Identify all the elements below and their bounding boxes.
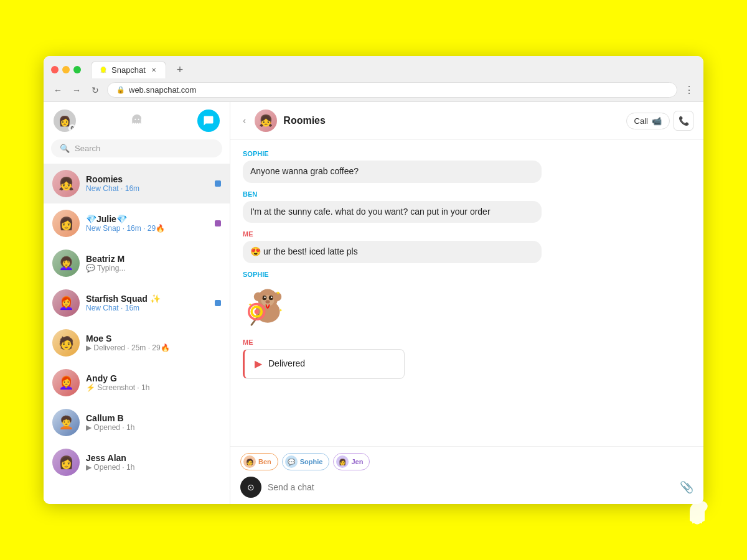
viewer-avatar-jen: 👩 (336, 455, 349, 468)
video-icon: 📹 (652, 116, 662, 126)
browser-chrome: Snapchat ✕ + ← → ↻ 🔒 web.snapchat.com ⋮ (44, 56, 703, 102)
back-nav-button[interactable]: ← (51, 83, 65, 97)
viewer-name-jen: Jen (351, 458, 363, 465)
delivered-icon: ▶ (255, 357, 262, 371)
message-group-2: BEN I'm at the sunny cafe. what do you w… (243, 190, 691, 223)
contact-item-jess[interactable]: 👩 Jess Alan ▶ Opened · 1h (44, 442, 230, 482)
minimize-button[interactable] (62, 66, 70, 73)
chat-footer: 🧑 Ben 💬 Sophie 👩 Jen ⊙ (230, 446, 703, 504)
viewer-name-ben: Ben (258, 458, 271, 465)
delivered-text: Delivered (268, 358, 305, 370)
message-group-5: ME ▶ Delivered (243, 338, 691, 379)
url-bar[interactable]: 🔒 web.snapchat.com (107, 82, 677, 98)
address-bar: ← → ↻ 🔒 web.snapchat.com ⋮ (44, 78, 703, 101)
close-button[interactable] (51, 66, 59, 73)
contact-status-moe: ▶ Delivered · 25m · 29🔥 (86, 343, 221, 352)
search-input[interactable]: 🔍 Search (51, 139, 222, 157)
sidebar: 👩 ⚙ 🔍 (44, 102, 230, 504)
contact-avatar-roomies: 👧 (52, 170, 80, 197)
contact-status-starfish: New Chat · 16m (86, 304, 209, 312)
call-label: Call (634, 116, 648, 126)
message-sender-ben: BEN (243, 190, 691, 198)
phone-button[interactable]: 📞 (674, 111, 693, 131)
contact-item-andy[interactable]: 👩‍🦰 Andy G ⚡ Screenshot · 1h (44, 363, 230, 403)
browser-menu-button[interactable]: ⋮ (682, 83, 696, 97)
contact-item-beatriz[interactable]: 👩‍🦱 Beatriz M 💬 Typing... (44, 243, 230, 283)
svg-point-15 (255, 309, 259, 314)
app-content: 👩 ⚙ 🔍 (44, 102, 703, 504)
contact-info-julie: 💎Julie💎 New Snap · 16m · 29🔥 (86, 214, 209, 233)
message-bubble-3: 😍 ur the best! iced latte pls (243, 241, 542, 263)
refresh-nav-button[interactable]: ↻ (88, 83, 102, 97)
contact-name-beatriz: Beatriz M (86, 254, 221, 264)
input-row: ⊙ 📎 (240, 477, 693, 498)
camera-button[interactable]: ⊙ (240, 477, 261, 498)
contact-status-callum: ▶ Opened · 1h (86, 423, 221, 432)
message-group-3: ME 😍 ur the best! iced latte pls (243, 230, 691, 263)
paperclip-icon: 📎 (680, 481, 693, 493)
contact-item-roomies[interactable]: 👧 Roomies New Chat · 16m (44, 164, 230, 203)
viewer-name-sophie: Sophie (300, 458, 323, 465)
contact-item-moe[interactable]: 🧑 Moe S ▶ Delivered · 25m · 29🔥 (44, 323, 230, 363)
maximize-button[interactable] (73, 66, 81, 73)
contact-info-jess: Jess Alan ▶ Opened · 1h (86, 453, 221, 472)
contact-avatar-andy: 👩‍🦰 (52, 369, 80, 396)
forward-nav-button[interactable]: → (70, 83, 83, 97)
contact-status-julie: New Snap · 16m · 29🔥 (86, 224, 209, 233)
message-group-4: SOPHIE (243, 271, 691, 331)
contact-info-andy: Andy G ⚡ Screenshot · 1h (86, 373, 221, 392)
lock-icon: 🔒 (116, 86, 125, 94)
contact-name-julie: 💎Julie💎 (86, 214, 209, 224)
tab-close-button[interactable]: ✕ (149, 66, 158, 75)
browser-tab[interactable]: Snapchat ✕ (91, 61, 166, 78)
url-text: web.snapchat.com (129, 85, 196, 95)
viewer-chip-sophie: 💬 Sophie (282, 453, 330, 470)
message-bubble-2: I'm at the sunny cafe. what do you want?… (243, 201, 542, 223)
contact-info-beatriz: Beatriz M 💬 Typing... (86, 254, 221, 273)
attach-button[interactable]: 📎 (680, 480, 693, 494)
contact-status-roomies: New Chat · 16m (86, 184, 209, 193)
new-chat-button[interactable] (197, 110, 220, 132)
contact-avatar-beatriz: 👩‍🦱 (52, 250, 80, 277)
contact-avatar-starfish: 👩‍🦰 (52, 289, 80, 317)
phone-icon: 📞 (679, 116, 689, 126)
snapchat-ghost-button[interactable] (83, 114, 190, 128)
search-bar: 🔍 Search (44, 139, 230, 164)
delivered-bubble: ▶ Delivered (243, 349, 405, 379)
new-chat-icon (203, 115, 214, 126)
tab-title: Snapchat (111, 65, 146, 75)
unread-dot-starfish (215, 300, 221, 306)
chat-header: ‹ 👧 Roomies Call 📹 📞 (230, 102, 703, 140)
sloth-sticker-svg: ✦ ✦ ✦ (243, 278, 293, 334)
svg-text:✦: ✦ (279, 308, 283, 313)
chat-header-avatar: 👧 (255, 110, 277, 132)
call-button[interactable]: Call 📹 (626, 113, 670, 129)
svg-point-7 (264, 296, 266, 298)
tab-bar: Snapchat ✕ + (44, 56, 703, 78)
user-avatar[interactable]: 👩 ⚙ (54, 110, 76, 132)
chat-header-actions: Call 📹 📞 (626, 111, 693, 131)
viewer-row: 🧑 Ben 💬 Sophie 👩 Jen (240, 453, 693, 470)
camera-icon: ⊙ (247, 482, 255, 492)
chat-area: ‹ 👧 Roomies Call 📹 📞 SOPHIE (230, 102, 703, 504)
back-button[interactable]: ‹ (240, 113, 248, 129)
unread-dot-roomies (215, 180, 221, 187)
viewer-chip-jen: 👩 Jen (333, 453, 370, 470)
chat-input[interactable] (268, 482, 674, 492)
snapchat-ghost-logo (685, 498, 716, 530)
new-tab-button[interactable]: + (171, 61, 189, 78)
svg-point-9 (265, 300, 270, 303)
traffic-lights (51, 66, 81, 73)
contact-name-roomies: Roomies (86, 174, 209, 184)
contact-status-jess: ▶ Opened · 1h (86, 463, 221, 472)
contact-item-starfish[interactable]: 👩‍🦰 Starfish Squad ✨ New Chat · 16m (44, 283, 230, 323)
svg-point-8 (271, 296, 273, 298)
browser-window: Snapchat ✕ + ← → ↻ 🔒 web.snapchat.com ⋮ … (44, 56, 703, 504)
contact-item-julie[interactable]: 👩 💎Julie💎 New Snap · 16m · 29🔥 (44, 203, 230, 243)
message-group-1: SOPHIE Anyone wanna grab coffee? (243, 150, 691, 183)
message-sender-me-2: ME (243, 338, 691, 346)
contact-avatar-julie: 👩 (52, 210, 80, 237)
svg-text:✦: ✦ (248, 302, 252, 307)
snapchat-tab-icon (99, 66, 108, 75)
contact-item-callum[interactable]: 🧑‍🦱 Callum B ▶ Opened · 1h (44, 403, 230, 442)
